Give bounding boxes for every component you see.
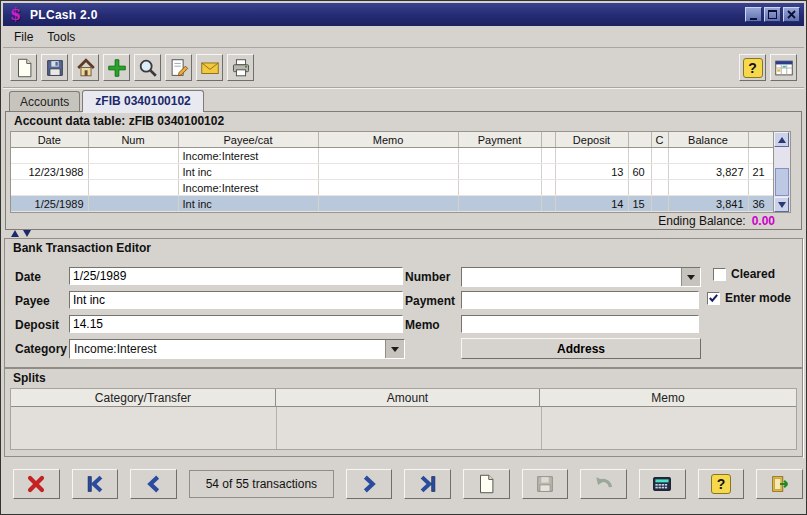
cell-payee[interactable]: Int inc (178, 196, 318, 212)
splits-col-amount[interactable]: Amount (276, 389, 540, 406)
payee-field[interactable] (69, 291, 403, 309)
splits-col-category[interactable]: Category/Transfer (11, 389, 276, 406)
cell-cleared[interactable] (651, 164, 668, 180)
cell-payee[interactable]: Int inc (178, 164, 318, 180)
cell[interactable] (88, 148, 178, 164)
splitter-collapse-down-icon[interactable] (23, 230, 31, 237)
cell[interactable] (628, 148, 651, 164)
scrollbar-thumb[interactable] (775, 168, 789, 196)
cell-num[interactable] (88, 196, 178, 212)
cell[interactable] (651, 148, 668, 164)
splits-col-memo[interactable]: Memo (540, 389, 796, 406)
col-header-payment[interactable]: Payment (458, 132, 541, 148)
help-button-toolbar[interactable]: ? (739, 54, 766, 81)
cell-num[interactable] (88, 164, 178, 180)
cell[interactable] (668, 180, 748, 196)
table-row-transaction[interactable]: 12/23/1988 Int inc 13 60 3,827 21 (11, 164, 775, 180)
checkbox-checked-icon[interactable] (707, 292, 720, 305)
cell[interactable] (11, 148, 88, 164)
cell-deposit-cents[interactable]: 60 (628, 164, 651, 180)
cell[interactable] (318, 148, 458, 164)
table-row-transaction-selected[interactable]: 1/25/1989 Int inc 14 15 3,841 36 (11, 196, 775, 212)
last-transaction-button[interactable] (404, 469, 451, 499)
menu-tools[interactable]: Tools (40, 28, 82, 46)
new-file-button[interactable] (10, 54, 37, 81)
home-button[interactable] (72, 54, 99, 81)
tab-register[interactable]: zFIB 0340100102 (82, 90, 203, 112)
add-account-button[interactable] (103, 54, 130, 81)
cell[interactable] (318, 180, 458, 196)
cell-balance[interactable]: 3,827 (668, 164, 748, 180)
cell[interactable] (11, 180, 88, 196)
cell[interactable] (668, 148, 748, 164)
cell-payment-cents[interactable] (541, 164, 555, 180)
cell-memo[interactable] (318, 164, 458, 180)
col-header-payee[interactable]: Payee/cat (178, 132, 318, 148)
col-header-memo[interactable]: Memo (318, 132, 458, 148)
next-transaction-button[interactable] (346, 469, 393, 499)
maximize-button[interactable] (764, 7, 781, 22)
vertical-scrollbar[interactable] (773, 132, 790, 212)
payment-field[interactable] (461, 291, 699, 309)
cell[interactable] (458, 148, 541, 164)
cell[interactable] (458, 180, 541, 196)
number-combobox[interactable] (461, 267, 701, 287)
cell-balance-cents[interactable]: 21 (748, 164, 775, 180)
cell-balance-cents[interactable]: 36 (748, 196, 775, 212)
col-header-balance-cents[interactable] (748, 132, 775, 148)
scroll-down-button[interactable] (774, 197, 789, 212)
cleared-checkbox[interactable]: Cleared (713, 267, 775, 281)
cell[interactable] (541, 148, 555, 164)
deposit-field[interactable] (69, 315, 403, 333)
accounts-window-button[interactable] (770, 54, 797, 81)
cell[interactable] (555, 180, 628, 196)
save-transaction-button[interactable] (522, 469, 569, 499)
category-combobox[interactable]: Income:Interest (69, 339, 405, 359)
combo-arrow-button[interactable] (385, 340, 404, 358)
cell-deposit[interactable]: 14 (555, 196, 628, 212)
col-header-date[interactable]: Date (11, 132, 88, 148)
scroll-up-button[interactable] (774, 132, 789, 147)
combo-arrow-button[interactable] (681, 268, 700, 286)
col-header-num[interactable]: Num (88, 132, 178, 148)
menu-file[interactable]: File (7, 28, 40, 46)
memo-field[interactable] (461, 315, 699, 333)
cell-deposit-cents[interactable]: 15 (628, 196, 651, 212)
print-button[interactable] (227, 54, 254, 81)
checkbox-unchecked-icon[interactable] (713, 268, 726, 281)
cell-payment-cents[interactable] (541, 196, 555, 212)
cell[interactable] (628, 180, 651, 196)
titlebar[interactable]: $ PLCash 2.0 (3, 3, 804, 26)
cell[interactable] (555, 148, 628, 164)
help-button-bottom[interactable]: ? (698, 469, 745, 499)
exit-button[interactable] (756, 469, 803, 499)
col-header-deposit-cents[interactable] (628, 132, 651, 148)
cell-deposit[interactable]: 13 (555, 164, 628, 180)
edit-report-button[interactable] (165, 54, 192, 81)
tab-accounts[interactable]: Accounts (9, 91, 80, 111)
mail-button[interactable] (196, 54, 223, 81)
first-transaction-button[interactable] (72, 469, 119, 499)
close-button[interactable] (783, 7, 800, 22)
new-transaction-button[interactable] (463, 469, 510, 499)
calculator-button[interactable] (639, 469, 686, 499)
undo-button[interactable] (580, 469, 627, 499)
splitter-collapse-up-icon[interactable] (11, 230, 19, 237)
col-header-cleared[interactable]: C (651, 132, 668, 148)
cell[interactable] (88, 180, 178, 196)
previous-transaction-button[interactable] (130, 469, 177, 499)
delete-transaction-button[interactable] (13, 469, 60, 499)
save-button[interactable] (41, 54, 68, 81)
table-row-category[interactable]: Income:Interest (11, 148, 775, 164)
cell[interactable] (748, 148, 775, 164)
date-field[interactable] (69, 267, 403, 285)
cell-date[interactable]: 1/25/1989 (11, 196, 88, 212)
cell-cleared[interactable] (651, 196, 668, 212)
cell[interactable] (651, 180, 668, 196)
cell-balance[interactable]: 3,841 (668, 196, 748, 212)
cell[interactable] (748, 180, 775, 196)
cell-category[interactable]: Income:Interest (178, 148, 318, 164)
col-header-payment-cents[interactable] (541, 132, 555, 148)
cell-date[interactable]: 12/23/1988 (11, 164, 88, 180)
cell-category[interactable]: Income:Interest (178, 180, 318, 196)
